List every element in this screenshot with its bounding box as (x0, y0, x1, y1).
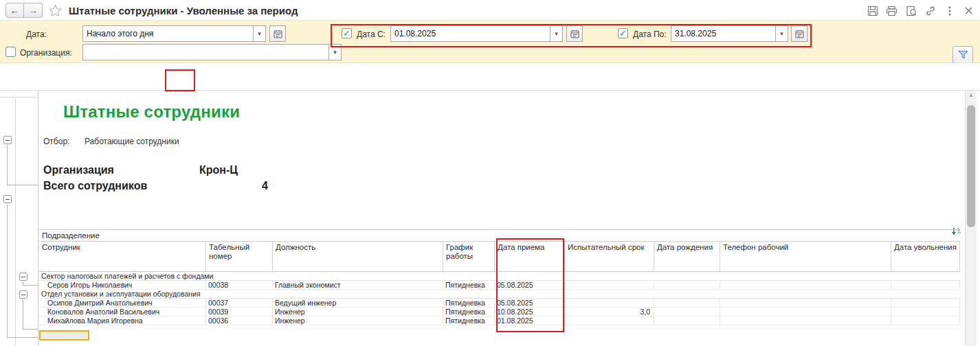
chevron-down-icon[interactable]: ▾ (550, 25, 563, 42)
scroll-up-icon[interactable]: ▲ (966, 92, 977, 102)
org-input[interactable] (82, 44, 328, 60)
table-cell[interactable] (720, 308, 891, 316)
report-table: Подразделение СотрудникТабельный номерДо… (39, 229, 960, 325)
table-cell[interactable]: Михайлова Мария Игоревна (39, 316, 206, 325)
report-title: Штатные сотрудники (63, 102, 240, 122)
column-header[interactable]: Должность (273, 242, 443, 271)
margin-top-line (0, 97, 38, 97)
close-icon[interactable] (963, 5, 975, 16)
date-to-checkbox[interactable]: ✓ (618, 28, 628, 38)
group-collapse-button[interactable] (19, 273, 27, 281)
chevron-down-icon[interactable]: ▾ (328, 44, 342, 60)
date-from-checkbox[interactable]: ✓ (342, 28, 352, 38)
page-title: Штатные сотрудники - Уволенные за период (69, 5, 298, 16)
table-cell[interactable]: 00038 (206, 281, 273, 290)
column-header[interactable]: Дата увольнения (891, 242, 960, 271)
table-cell[interactable]: 01.08.2025 (495, 316, 565, 325)
filter-funnel-button[interactable] (953, 46, 973, 64)
vertical-scrollbar[interactable]: ▲ (965, 91, 977, 346)
table-cell[interactable]: Пятидневка (443, 316, 495, 325)
table-cell[interactable]: 3,0 (565, 308, 654, 316)
column-header[interactable]: График работы (443, 242, 495, 271)
column-header[interactable]: Табельный номер (206, 242, 273, 271)
column-header[interactable]: Сотрудник (39, 242, 206, 271)
tree-line (7, 145, 8, 185)
table-cell[interactable] (654, 316, 720, 325)
table-cell[interactable] (565, 299, 654, 308)
table-cell[interactable]: Инженер (273, 308, 443, 316)
table-row: Осипов Дмитрий Анатолькевич00037Ведущий … (39, 299, 960, 308)
group-collapse-button[interactable] (3, 136, 12, 144)
total-row-label: Всего сотрудников (43, 180, 147, 192)
chevron-down-icon[interactable]: ▾ (775, 25, 788, 42)
date-from-label: Дата С: (357, 30, 386, 39)
date-to-calendar-button[interactable] (791, 25, 808, 42)
table-cell[interactable] (654, 281, 720, 290)
menu-kebab-icon[interactable] (944, 5, 955, 16)
table-cell[interactable]: 05.08.2025 (495, 281, 565, 290)
table-cell[interactable] (891, 308, 960, 316)
tree-line (23, 329, 38, 330)
table-cell[interactable]: Главный экономист (273, 281, 443, 290)
active-cell[interactable] (39, 330, 89, 341)
favorite-star-icon[interactable] (49, 4, 62, 20)
group-collapse-button[interactable] (3, 195, 12, 203)
forward-button[interactable]: → (24, 3, 43, 18)
date-label: Дата: (26, 30, 47, 39)
table-cell[interactable]: Ведущий инженер (273, 299, 443, 308)
back-button[interactable]: ← (5, 3, 24, 18)
total-row-value: 4 (199, 180, 268, 192)
link-icon[interactable] (924, 5, 936, 16)
column-header[interactable]: Дата приема (495, 242, 565, 271)
preview-icon[interactable] (905, 5, 917, 16)
group-collapse-button[interactable] (19, 290, 27, 299)
date-input[interactable] (82, 25, 253, 42)
date-from-calendar-button[interactable] (566, 25, 583, 42)
column-header[interactable]: Дата рождения (654, 242, 720, 271)
date-from-input[interactable] (390, 25, 550, 42)
table-cell[interactable] (565, 316, 654, 325)
scrollbar-thumb[interactable] (967, 105, 975, 227)
table-cell[interactable]: Коновалов Анатолий Васильевич (39, 308, 206, 316)
table-cell[interactable]: Пятидневка (443, 308, 495, 316)
table-cell[interactable] (720, 316, 891, 325)
column-header[interactable]: Испытательный срок (565, 242, 654, 271)
table-cell[interactable] (565, 281, 654, 290)
table-cell[interactable]: Пятидневка (443, 281, 495, 290)
table-cell[interactable] (720, 281, 891, 290)
table-cell[interactable]: Пятидневка (443, 299, 495, 308)
print-icon[interactable] (886, 5, 898, 16)
table-cell[interactable] (891, 281, 960, 290)
group-row[interactable]: Сектор налоговых платежей и расчетов с ф… (39, 272, 960, 281)
group-row[interactable]: Отдел установки и эксплуатации оборудова… (39, 290, 960, 299)
table-cell[interactable]: Инженер (273, 316, 443, 325)
column-header[interactable]: Телефон рабочий (720, 242, 891, 271)
table-cell[interactable] (654, 299, 720, 308)
tree-line (23, 299, 23, 329)
table-row: Михайлова Мария Игоревна00036ИнженерПяти… (39, 316, 960, 325)
org-label: Организация: (20, 48, 72, 58)
department-header-row[interactable]: Подразделение (39, 229, 960, 242)
org-field: ▾ (82, 44, 342, 60)
tree-line (7, 185, 38, 185)
content-border (38, 91, 38, 346)
org-checkbox[interactable] (5, 47, 16, 57)
date-calendar-button[interactable] (269, 25, 286, 42)
table-cell[interactable] (654, 308, 720, 316)
table-cell[interactable]: 00036 (206, 316, 273, 325)
table-cell[interactable] (720, 299, 891, 308)
table-cell[interactable]: 10.08.2025 (495, 308, 565, 316)
date-to-input[interactable] (671, 25, 775, 42)
table-cell[interactable] (891, 316, 960, 325)
table-cell[interactable]: 00039 (206, 308, 273, 316)
table-cell[interactable]: Осипов Дмитрий Анатолькевич (39, 299, 206, 308)
save-icon[interactable] (867, 5, 878, 16)
app-window: ← → Штатные сотрудники - Уволенные за пе… (0, 0, 980, 346)
date-to-field: ▾ (671, 25, 788, 42)
table-cell[interactable] (891, 299, 960, 308)
table-cell[interactable]: 00037 (206, 299, 273, 308)
table-cell[interactable]: Серов Игорь Николаевич (39, 281, 206, 290)
margin-separator (15, 97, 16, 346)
table-cell[interactable]: 05.08.2025 (495, 299, 565, 308)
chevron-down-icon[interactable]: ▾ (253, 25, 266, 42)
